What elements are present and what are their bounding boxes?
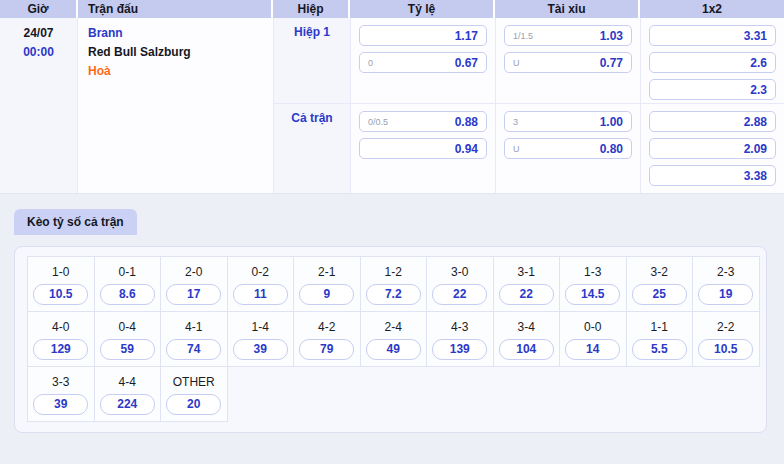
over-under-line: 3 xyxy=(513,117,518,127)
score-odds-button[interactable]: 5.5 xyxy=(632,339,687,360)
odds-table-header: Giờ Trận đấu Hiệp Tỷ lệ Tài xỉu 1x2 xyxy=(0,0,784,18)
score-odds-button[interactable]: 8.6 xyxy=(100,284,155,305)
section-label: Hiệp 1 xyxy=(274,18,350,103)
over-under-odds: 0.80 xyxy=(600,142,623,156)
score-label: 2-4 xyxy=(361,320,427,334)
score-label: 0-4 xyxy=(95,320,161,334)
score-label: 1-4 xyxy=(228,320,294,334)
score-odds-button[interactable]: 79 xyxy=(299,339,354,360)
handicap-odds-button[interactable]: 0.94 xyxy=(359,138,487,159)
score-odds-button[interactable]: 25 xyxy=(632,284,687,305)
header-period: Hiệp xyxy=(273,0,350,18)
score-odds-button[interactable]: 14.5 xyxy=(565,284,620,305)
over-under-column: 3 1.00 U 0.80 xyxy=(495,104,640,193)
draw-odds-button[interactable]: 2.6 xyxy=(649,52,776,73)
score-cell: 1-0 10.5 xyxy=(28,257,95,312)
away-win-odds-button[interactable]: 2.3 xyxy=(649,79,776,100)
header-match: Trận đấu xyxy=(78,0,273,18)
score-cell: 2-2 10.5 xyxy=(693,312,760,367)
score-odds-button[interactable]: 224 xyxy=(100,394,155,415)
correct-score-grid: 1-0 10.5 0-1 8.6 2-0 17 0-2 11 2-1 9 1-2… xyxy=(27,256,760,422)
over-odds-button[interactable]: 1/1.5 1.03 xyxy=(504,25,632,46)
1x2-column: 2.88 2.09 3.38 xyxy=(640,104,784,193)
score-odds-button[interactable]: 22 xyxy=(499,284,554,305)
handicap-line: 0 xyxy=(368,58,373,68)
score-cell: 1-4 39 xyxy=(228,312,295,367)
over-odds-button[interactable]: 3 1.00 xyxy=(504,111,632,132)
handicap-column: 0/0.5 0.88 0.94 xyxy=(350,104,495,193)
score-cell: 4-2 79 xyxy=(294,312,361,367)
score-cell: 4-0 129 xyxy=(28,312,95,367)
score-label: 0-2 xyxy=(228,265,294,279)
score-cell: 3-4 104 xyxy=(494,312,561,367)
score-label: 2-3 xyxy=(693,265,759,279)
away-win-odds-button[interactable]: 3.38 xyxy=(649,165,776,186)
score-odds-button[interactable]: 39 xyxy=(33,394,88,415)
away-team-name: Red Bull Salzburg xyxy=(88,43,273,62)
home-win-odds-button[interactable]: 3.31 xyxy=(649,25,776,46)
score-label: OTHER xyxy=(161,375,227,389)
score-odds-button[interactable]: 9 xyxy=(299,284,354,305)
score-label: 3-2 xyxy=(627,265,693,279)
score-odds-button[interactable]: 49 xyxy=(366,339,421,360)
1x2-odds: 2.09 xyxy=(744,142,767,156)
score-label: 3-1 xyxy=(494,265,560,279)
draw-label: Hoà xyxy=(88,62,273,81)
score-odds-button[interactable]: 104 xyxy=(499,339,554,360)
score-label: 3-4 xyxy=(494,320,560,334)
over-under-line: U xyxy=(513,58,520,68)
score-label: 4-1 xyxy=(161,320,227,334)
score-cell: 3-0 22 xyxy=(427,257,494,312)
score-cell: 0-0 14 xyxy=(560,312,627,367)
odds-table-body: 24/07 00:00 Brann Red Bull Salzburg Hoà … xyxy=(0,18,784,193)
handicap-column: 1.17 0 0.67 xyxy=(350,18,495,103)
score-odds-button[interactable]: 10.5 xyxy=(698,339,753,360)
over-under-odds: 0.77 xyxy=(600,56,623,70)
under-odds-button[interactable]: U 0.80 xyxy=(504,138,632,159)
score-odds-button[interactable]: 7.2 xyxy=(366,284,421,305)
handicap-odds-button[interactable]: 1.17 xyxy=(359,25,487,46)
score-odds-button[interactable]: 129 xyxy=(33,339,88,360)
score-odds-button[interactable]: 10.5 xyxy=(33,284,88,305)
score-odds-button[interactable]: 59 xyxy=(100,339,155,360)
score-odds-button[interactable]: 17 xyxy=(166,284,221,305)
correct-score-panel: 1-0 10.5 0-1 8.6 2-0 17 0-2 11 2-1 9 1-2… xyxy=(14,246,767,433)
score-odds-button[interactable]: 19 xyxy=(698,284,753,305)
1x2-odds: 2.88 xyxy=(744,115,767,129)
over-under-column: 1/1.5 1.03 U 0.77 xyxy=(495,18,640,103)
handicap-odds-button[interactable]: 0 0.67 xyxy=(359,52,487,73)
1x2-column: 3.31 2.6 2.3 xyxy=(640,18,784,103)
score-odds-button[interactable]: 11 xyxy=(233,284,288,305)
handicap-odds-button[interactable]: 0/0.5 0.88 xyxy=(359,111,487,132)
match-cell[interactable]: Brann Red Bull Salzburg Hoà xyxy=(78,18,273,193)
score-cell: 1-2 7.2 xyxy=(361,257,428,312)
score-cell: 0-1 8.6 xyxy=(95,257,162,312)
score-label: 1-3 xyxy=(560,265,626,279)
score-odds-button[interactable]: 14 xyxy=(565,339,620,360)
tab-correct-score[interactable]: Kèo tỷ số cả trận xyxy=(14,209,137,235)
score-odds-button[interactable]: 139 xyxy=(432,339,487,360)
score-label: 1-1 xyxy=(627,320,693,334)
score-cell: OTHER 20 xyxy=(161,367,228,422)
1x2-odds: 3.31 xyxy=(744,29,767,43)
score-label: 3-3 xyxy=(28,375,94,389)
score-label: 0-1 xyxy=(95,265,161,279)
score-cell: 1-1 5.5 xyxy=(627,312,694,367)
score-label: 4-0 xyxy=(28,320,94,334)
score-odds-button[interactable]: 74 xyxy=(166,339,221,360)
score-cell: 2-4 49 xyxy=(361,312,428,367)
header-over-under: Tài xỉu xyxy=(495,0,640,18)
home-win-odds-button[interactable]: 2.88 xyxy=(649,111,776,132)
home-team-name[interactable]: Brann xyxy=(88,24,273,43)
score-label: 4-4 xyxy=(95,375,161,389)
under-odds-button[interactable]: U 0.77 xyxy=(504,52,632,73)
score-cell: 4-4 224 xyxy=(95,367,162,422)
score-odds-button[interactable]: 39 xyxy=(233,339,288,360)
section-full-time: Cả trận 0/0.5 0.88 0.94 3 1.00 xyxy=(274,103,784,193)
score-cell: 4-1 74 xyxy=(161,312,228,367)
1x2-odds: 2.6 xyxy=(750,56,767,70)
draw-odds-button[interactable]: 2.09 xyxy=(649,138,776,159)
score-odds-button[interactable]: 22 xyxy=(432,284,487,305)
score-odds-button[interactable]: 20 xyxy=(166,394,221,415)
handicap-odds: 0.88 xyxy=(455,115,478,129)
